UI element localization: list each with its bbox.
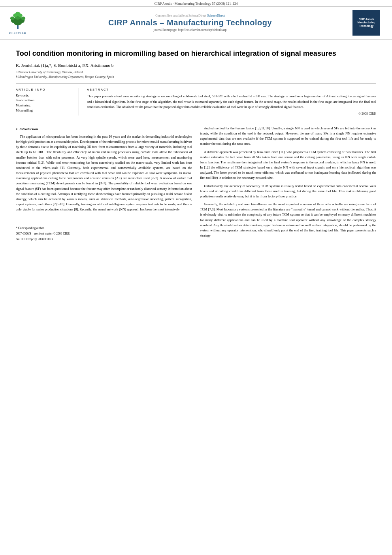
journal-homepage: journal homepage: http://ees.elsevier.co…: [28, 28, 352, 32]
elsevier-logo: ELSEVIER: [8, 11, 28, 35]
footnote-corresponding: * Corresponding author.: [16, 226, 192, 231]
authors-text: K. Jemielniak (1)a,*, S. Bombiński a, P.…: [16, 63, 113, 68]
sciencedirect-anchor[interactable]: ScienceDirect: [207, 14, 225, 17]
journal-citation: CIRP Annals - Manufacturing Technology 5…: [154, 2, 237, 6]
journal-title: CIRP Annals – Manufacturing Technology: [28, 18, 352, 27]
article-title: Tool condition monitoring in micromillin…: [16, 49, 376, 58]
journal-header-center: Contents lists available at ScienceDirec…: [28, 14, 352, 32]
footnote-doi: doi:10.1016/j.cirp.2008.03.053: [16, 237, 192, 242]
copyright: © 2008 CIRP.: [87, 112, 376, 116]
svg-point-5: [21, 16, 25, 20]
cirp-logo: CIRP Annals Manufacturing Technology: [352, 10, 380, 36]
article-content-header: Tool condition monitoring in micromillin…: [0, 40, 392, 119]
keyword-2: Monitoring: [16, 103, 73, 108]
intro-paragraph-right-2: A different approach was presented by Ku…: [200, 150, 376, 181]
sciencedirect-link: Contents lists available at ScienceDirec…: [28, 14, 352, 17]
journal-header: ELSEVIER Contents lists available at Sci…: [0, 7, 392, 40]
abstract-heading: ABSTRACT: [87, 88, 376, 91]
svg-point-4: [10, 16, 15, 20]
keyword-3: Micromilling: [16, 108, 73, 114]
footnotes: * Corresponding author. 0007-8506/$ – se…: [16, 224, 192, 241]
intro-paragraph-right-3: Unfortunately, the accuracy of laborator…: [200, 184, 376, 199]
keywords-label: Keywords:: [16, 94, 73, 97]
svg-point-9: [15, 11, 21, 16]
footnote-issn: 0007-8506/$ – see front matter © 2008 CI…: [16, 231, 192, 236]
article-meta: ARTICLE INFO Keywords: Tool condition Mo…: [16, 83, 376, 116]
top-bar: CIRP Annals - Manufacturing Technology 5…: [0, 0, 392, 7]
keyword-1: Tool condition: [16, 98, 73, 103]
abstract-text: This paper presents a tool wear monitori…: [87, 94, 376, 110]
affiliation-b: b Mondragon University, Manufacturing De…: [16, 75, 376, 80]
abstract-section: ABSTRACT This paper presents a tool wear…: [87, 88, 376, 116]
column-right: studied method for the feature fusion [1…: [200, 126, 376, 242]
keywords-list: Tool condition Monitoring Micromilling: [16, 98, 73, 113]
article-info: ARTICLE INFO Keywords: Tool condition Mo…: [16, 88, 79, 116]
article-info-heading: ARTICLE INFO: [16, 88, 73, 91]
page-wrapper: CIRP Annals - Manufacturing Technology 5…: [0, 0, 392, 555]
affiliation-a: a Warsaw University of Technology, Warsa…: [16, 70, 376, 75]
section-1-heading: 1. Introduction: [16, 127, 192, 132]
intro-paragraph-left: The application of microproducts has bee…: [16, 134, 192, 212]
intro-paragraph-right-4: Generally, the reliability and user frie…: [200, 202, 376, 238]
body-columns: 1. Introduction The application of micro…: [0, 126, 392, 242]
authors: K. Jemielniak (1)a,*, S. Bombiński a, P.…: [16, 63, 376, 68]
cirp-logo-text: CIRP Annals Manufacturing Technology: [354, 18, 379, 28]
elsevier-label: ELSEVIER: [9, 32, 26, 35]
cirp-logo-area: CIRP Annals Manufacturing Technology: [352, 10, 384, 36]
elsevier-tree-icon: [8, 11, 28, 31]
affiliations: a Warsaw University of Technology, Warsa…: [16, 70, 376, 80]
column-left: 1. Introduction The application of micro…: [16, 126, 192, 242]
intro-paragraph-right-1: studied method for the feature fusion [1…: [200, 126, 376, 147]
